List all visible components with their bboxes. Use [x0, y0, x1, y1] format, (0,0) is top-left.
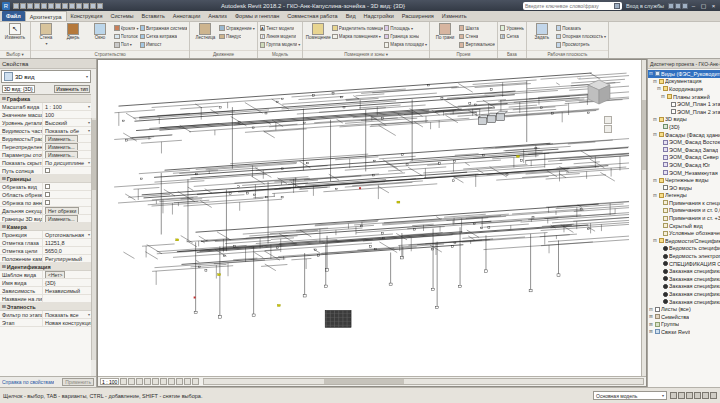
checkbox-icon[interactable] — [45, 192, 50, 197]
expander-icon[interactable]: ⊟ — [661, 94, 666, 99]
expander-icon[interactable]: ⊞ — [649, 322, 654, 327]
property-value[interactable]: 5650,0 — [43, 247, 91, 254]
property-value[interactable]: <Нет> — [43, 271, 91, 278]
ribbon-button[interactable]: Опорная плоскость▾ — [556, 32, 606, 40]
ribbon-button[interactable]: Показать — [556, 24, 606, 32]
properties-scrollbar[interactable] — [91, 118, 96, 360]
temporary-view-properties-icon[interactable] — [192, 378, 199, 385]
restore-icon[interactable]: ▢ — [699, 1, 708, 10]
tree-item[interactable]: ⊟Легенды — [648, 192, 720, 200]
tree-item[interactable]: ⊟Планы этажей — [648, 93, 720, 101]
expander-icon[interactable] — [657, 231, 662, 236]
ribbon-button[interactable]: Окно — [87, 23, 113, 41]
tree-item[interactable]: ⊞Группы — [648, 321, 720, 329]
ribbon-button[interactable]: По грани — [432, 23, 458, 41]
property-value[interactable]: Изменить... — [43, 151, 91, 158]
tree-item[interactable]: Скрытый вид — [648, 222, 720, 230]
ribbon-button[interactable]: Дверь — [60, 23, 86, 41]
revit-logo-icon[interactable]: R — [2, 2, 10, 10]
design-option-combo[interactable]: Основная модель ▾ — [593, 391, 667, 400]
checkbox-icon[interactable] — [45, 200, 50, 205]
tree-item[interactable]: {3D} — [648, 123, 720, 131]
measure-icon[interactable] — [55, 3, 61, 9]
expander-icon[interactable]: ⊟ — [657, 86, 662, 91]
expander-icon[interactable] — [657, 292, 662, 297]
default-3d-view-icon[interactable] — [83, 3, 89, 9]
worksets-icon[interactable] — [670, 392, 677, 399]
ribbon-button[interactable]: Стена▾ — [33, 23, 59, 46]
expander-icon[interactable]: ⊟ — [653, 132, 658, 137]
help-icon[interactable] — [682, 3, 688, 9]
detail-level-icon[interactable] — [120, 378, 127, 385]
expander-icon[interactable] — [657, 124, 662, 129]
property-value[interactable]: Изменить... — [43, 143, 91, 150]
ribbon-button[interactable]: Группа модели▾ — [260, 41, 301, 49]
ribbon-button[interactable]: Уровень — [500, 24, 524, 32]
tree-item[interactable]: ⊟Ведомости/Спецификации (все) — [648, 237, 720, 245]
undo-icon[interactable] — [34, 3, 40, 9]
ribbon-tab-10[interactable]: Надстройки — [360, 11, 398, 21]
tree-item[interactable]: ⊟3D виды — [648, 116, 720, 124]
ribbon-button[interactable]: /Линия модели — [260, 32, 301, 40]
ribbon-button[interactable]: Помещение — [305, 23, 331, 41]
expander-icon[interactable] — [657, 276, 662, 281]
sun-path-icon[interactable] — [136, 378, 143, 385]
ribbon-button[interactable]: Задать — [529, 23, 555, 41]
expander-icon[interactable]: ⊟ — [653, 79, 658, 84]
favorites-icon[interactable] — [675, 3, 681, 9]
print-icon[interactable] — [48, 3, 54, 9]
tree-item[interactable]: Заказная спецификация розеток — [648, 298, 720, 306]
tree-item[interactable]: ⊞Связи Revit — [648, 328, 720, 336]
ribbon-tab-8[interactable]: Совместная работа — [283, 11, 341, 21]
expander-icon[interactable]: ⊟ — [653, 117, 658, 122]
properties-help-link[interactable]: Справка по свойствам — [2, 379, 54, 385]
tree-item[interactable]: Заказная спецификация светильников — [648, 290, 720, 298]
property-section-header[interactable]: ⊟Этапность — [0, 303, 91, 311]
tree-item[interactable]: ЭОМ_План 2 этажа — [648, 108, 720, 116]
apply-button[interactable]: Применить — [62, 378, 94, 386]
property-value[interactable]: Изменить... — [43, 135, 91, 142]
instance-selector[interactable]: 3D вид: {3D} — [2, 85, 35, 93]
property-value[interactable]: Новая конструкция — [43, 319, 91, 326]
ribbon-button[interactable]: Разделитель помещений — [332, 24, 383, 32]
scrollbar-thumb[interactable] — [324, 379, 404, 384]
tree-item[interactable]: ЭО виды — [648, 184, 720, 192]
tree-item[interactable]: ⊞Семейства — [648, 313, 720, 321]
ribbon-button[interactable]: Лестница — [192, 23, 218, 41]
type-selector[interactable]: 3D вид ▾ — [1, 70, 91, 83]
text-icon[interactable] — [76, 3, 82, 9]
search-icon[interactable] — [614, 3, 620, 9]
3d-wireframe-model[interactable] — [98, 60, 641, 376]
ribbon-button[interactable]: Пандус — [219, 32, 254, 40]
aligned-dimension-icon[interactable] — [62, 3, 68, 9]
expander-icon[interactable]: ⊟ — [653, 178, 658, 183]
crop-view-icon[interactable] — [152, 378, 159, 385]
tree-item[interactable]: СПЕЦИФИКАЦИЯ ОБОРУДОВАНИЯ — [648, 260, 720, 268]
zoom-icon[interactable] — [604, 125, 612, 133]
steering-wheel-icon[interactable] — [604, 116, 612, 124]
view-scale-button[interactable]: 1 : 100 — [100, 378, 119, 385]
edit-type-button[interactable]: Изменить тип — [54, 85, 90, 93]
expander-icon[interactable] — [657, 162, 662, 167]
expander-icon[interactable] — [665, 102, 670, 107]
tree-item[interactable]: Заказная спецификация лотков — [648, 283, 720, 291]
expander-icon[interactable] — [657, 223, 662, 228]
ribbon-button[interactable]: Шахта — [459, 24, 495, 32]
expander-icon[interactable] — [657, 200, 662, 205]
ribbon-button[interactable]: Сетка витража — [140, 32, 188, 40]
expander-icon[interactable] — [657, 208, 662, 213]
scrollbar-thumb[interactable] — [92, 120, 96, 190]
open-file-icon[interactable] — [13, 3, 19, 9]
property-value[interactable]: Регулируемый — [43, 255, 91, 262]
tree-item[interactable]: Примечания к спецификации — [648, 199, 720, 207]
ribbon-button[interactable]: Просмотреть — [556, 41, 606, 49]
tree-item[interactable]: ЭОМ_Фасад Север — [648, 154, 720, 162]
property-value[interactable]: Нет обрезки — [43, 207, 91, 214]
ribbon-button[interactable]: AТекст модели — [260, 24, 301, 32]
close-icon[interactable]: × — [709, 1, 718, 10]
tree-item[interactable]: Примечания и ст. +3,000 — [648, 214, 720, 222]
expander-icon[interactable] — [657, 147, 662, 152]
redo-icon[interactable] — [41, 3, 47, 9]
ribbon-tab-9[interactable]: Вид — [342, 11, 360, 21]
property-value[interactable]: 100 — [43, 111, 91, 118]
